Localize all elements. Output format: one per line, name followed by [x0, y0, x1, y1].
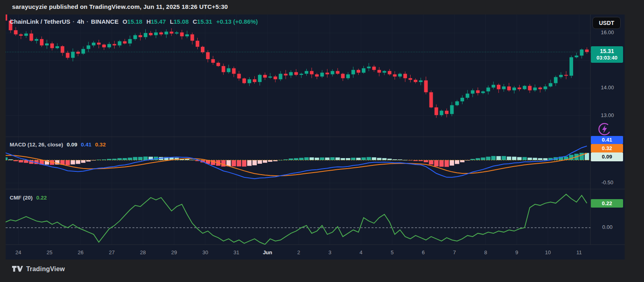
- price-tick-13: 13.00: [592, 112, 623, 118]
- svg-text:2: 2: [297, 249, 300, 255]
- cmf-badge: 0.22: [591, 199, 623, 208]
- tradingview-logo-text: TradingView: [26, 266, 65, 273]
- cmf-value: 0.22: [36, 195, 47, 201]
- high-value: 15.47: [151, 18, 166, 25]
- svg-text:11: 11: [576, 249, 582, 255]
- macd-hist-value: 0.09: [67, 142, 77, 148]
- high-label: H: [147, 18, 151, 25]
- separator-dot: ·: [70, 18, 77, 25]
- chart-canvas[interactable]: 2425262728293031Jun234567891011: [6, 14, 625, 259]
- svg-text:5: 5: [391, 249, 394, 255]
- svg-text:7: 7: [453, 249, 456, 255]
- svg-text:8: 8: [484, 249, 487, 255]
- svg-text:29: 29: [171, 249, 177, 255]
- svg-text:28: 28: [140, 249, 146, 255]
- svg-text:27: 27: [109, 249, 114, 255]
- svg-text:30: 30: [202, 249, 208, 255]
- interval-label[interactable]: 4h: [77, 18, 85, 25]
- symbol-name[interactable]: ChainLink / TetherUS: [10, 18, 70, 25]
- cmf-tick-zero: 0.00: [592, 224, 623, 230]
- close-value: 15.31: [197, 18, 213, 25]
- svg-text:10: 10: [545, 249, 551, 255]
- cmf-header: CMF (20)0.22: [10, 195, 47, 201]
- price-tick-16: 16.00: [592, 29, 623, 35]
- macd-hist-badge: 0.09: [591, 152, 623, 161]
- open-label: O: [122, 18, 127, 25]
- footer-bar: TradingView: [0, 259, 644, 282]
- change-value: +0.13 (+0.86%): [216, 18, 258, 25]
- macd-line-value: 0.41: [81, 142, 91, 148]
- svg-text:26: 26: [78, 249, 83, 255]
- macd-header: MACD (12, 26, close)0.090.410.32: [10, 142, 106, 148]
- macd-title[interactable]: MACD (12, 26, close): [10, 142, 63, 148]
- bar-countdown: 03:03:40: [591, 55, 623, 61]
- close-label: C: [193, 18, 197, 25]
- cmf-title[interactable]: CMF (20): [10, 195, 33, 201]
- svg-text:Jun: Jun: [263, 249, 272, 255]
- boost-flash-icon[interactable]: [597, 121, 613, 137]
- tradingview-logo[interactable]: TradingView: [12, 265, 65, 273]
- macd-signal-value: 0.32: [95, 142, 105, 148]
- svg-text:31: 31: [233, 249, 239, 255]
- low-value: 15.08: [173, 18, 189, 25]
- separator-dot: ·: [84, 18, 91, 25]
- macd-tick-neg050: -0.50: [592, 179, 623, 185]
- symbol-header: ChainLink / TetherUS·4h·BINANCEO15.18H15…: [10, 18, 258, 25]
- exchange-label: BINANCE: [91, 18, 118, 25]
- tradingview-logo-icon: [12, 265, 23, 273]
- svg-text:3: 3: [328, 249, 331, 255]
- svg-text:24: 24: [15, 249, 21, 255]
- chart-panel: 2425262728293031Jun234567891011 ChainLin…: [6, 14, 625, 259]
- svg-text:6: 6: [422, 249, 425, 255]
- price-tick-14: 14.00: [592, 84, 623, 91]
- svg-text:9: 9: [515, 249, 518, 255]
- last-price-badge: 15.31 03:03:40: [591, 46, 623, 63]
- low-label: L: [170, 18, 173, 25]
- svg-text:25: 25: [47, 249, 52, 255]
- svg-text:4: 4: [359, 249, 362, 255]
- open-value: 15.18: [127, 18, 142, 25]
- currency-toggle-button[interactable]: USDT: [592, 17, 621, 29]
- last-price-value: 15.31: [591, 47, 623, 55]
- macd-signal-badge: 0.32: [591, 144, 623, 152]
- attribution-text: sarayucyzie published on TradingView.com…: [12, 3, 228, 10]
- attribution-bar: sarayucyzie published on TradingView.com…: [0, 0, 644, 14]
